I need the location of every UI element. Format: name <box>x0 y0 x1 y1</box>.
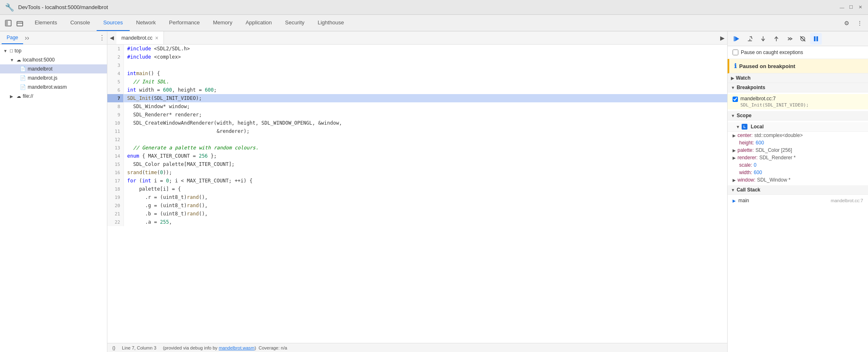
tab-performance[interactable]: Performance <box>162 15 206 31</box>
scope-value: SDL_Renderer * <box>759 155 796 161</box>
scope-value: 600 <box>754 170 762 175</box>
window-controls: — ☐ ✕ <box>839 5 863 10</box>
breakpoint-checkbox[interactable] <box>733 97 738 102</box>
scope-item-width[interactable]: width: 600 <box>728 169 868 176</box>
deactivate-breakpoints-button[interactable] <box>797 33 809 45</box>
line-number: 10 <box>107 119 124 127</box>
panel-menu-icon[interactable]: ⋮ <box>99 34 105 42</box>
breakpoint-item-1[interactable]: mandelbrot.cc:7 SDL_Init(SDL_INIT_VIDEO)… <box>728 94 868 109</box>
local-expand-arrow: ▼ <box>736 125 740 129</box>
tab-elements[interactable]: Elements <box>28 15 64 31</box>
scope-item-scale[interactable]: scale: 0 <box>728 161 868 169</box>
tree-item-mandelbrot[interactable]: 📄 mandelbrot <box>0 64 107 73</box>
watch-section-header[interactable]: ▶ Watch <box>728 73 868 83</box>
tree-item-file[interactable]: ▶ ☁ file:// <box>0 92 107 101</box>
undock-icon[interactable] <box>15 18 25 28</box>
scope-section-header[interactable]: ▼ Scope <box>728 111 868 120</box>
line-number: 20 <box>107 201 124 210</box>
tree-label: file:// <box>23 93 33 99</box>
code-editor[interactable]: 1 #include <SDL2/SDL.h> 2 #include <comp… <box>107 45 727 343</box>
step-out-button[interactable] <box>771 33 782 45</box>
main-nav: Elements Console Sources Network Perform… <box>28 15 351 31</box>
call-stack-content: ▶ main mandelbrot.cc:7 <box>728 195 868 206</box>
scope-value: SDL_Window * <box>757 177 790 183</box>
code-line-20: 20 .g = (uint8_t)rand(), <box>107 201 727 210</box>
callstack-expand-arrow: ▼ <box>731 188 735 192</box>
tree-item-mandelbrot-js[interactable]: 📄 mandelbrot.js <box>0 73 107 83</box>
tree-item-mandelbrot-wasm[interactable]: 📄 mandelbrot.wasm <box>0 83 107 92</box>
tab-application[interactable]: Application <box>239 15 279 31</box>
debug-info-text: (provided via debug info by mandelbrot.w… <box>163 345 287 350</box>
tab-close-icon[interactable]: × <box>155 35 158 41</box>
local-section-header[interactable]: ▼ L Local <box>728 122 868 132</box>
step-over-button[interactable] <box>744 33 756 45</box>
editor-tab-mandelbrot[interactable]: mandelbrot.cc × <box>116 31 164 44</box>
more-tabs-icon[interactable]: ›› <box>25 34 29 42</box>
line-number: 1 <box>107 45 124 53</box>
line-number: 4 <box>107 69 124 78</box>
step-into-button[interactable] <box>757 33 769 45</box>
code-line-9: 9 SDL_Renderer* renderer; <box>107 111 727 119</box>
debugger-toolbar <box>728 31 868 46</box>
tab-lighthouse[interactable]: Lighthouse <box>311 15 351 31</box>
wasm-source-link[interactable]: mandelbrot.wasm <box>219 345 255 350</box>
scope-key: center: <box>738 132 753 138</box>
maximize-button[interactable]: ☐ <box>848 5 854 10</box>
scope-item-palette[interactable]: ▶ palette: SDL_Color [256] <box>728 146 868 154</box>
tab-security[interactable]: Security <box>278 15 311 31</box>
tree-label: mandelbrot.wasm <box>28 84 67 90</box>
scope-expand-icon: ▶ <box>733 178 736 182</box>
format-icon[interactable]: {} <box>112 345 115 350</box>
more-options-icon[interactable]: ⋮ <box>855 18 865 28</box>
call-stack-section-header[interactable]: ▼ Call Stack <box>728 185 868 195</box>
tree-item-top[interactable]: ▼ □ top <box>0 46 107 55</box>
line-number: 13 <box>107 144 124 152</box>
scope-expand-icon: ▶ <box>733 148 736 153</box>
close-button[interactable]: ✕ <box>857 5 863 10</box>
tab-memory[interactable]: Memory <box>206 15 239 31</box>
breakpoints-section-header[interactable]: ▼ Breakpoints <box>728 83 868 92</box>
scope-item-window[interactable]: ▶ window: SDL_Window * <box>728 176 868 184</box>
tree-label: mandelbrot.js <box>28 75 57 81</box>
svg-rect-2 <box>17 21 23 26</box>
pause-exceptions-checkbox[interactable] <box>733 50 738 55</box>
step-button[interactable] <box>784 33 795 45</box>
pause-button[interactable] <box>810 33 822 45</box>
line-number: 21 <box>107 210 124 218</box>
scope-expand-icon: ▶ <box>733 156 736 160</box>
tree-label: localhost:5000 <box>23 57 55 63</box>
code-line-10: 10 SDL_CreateWindowAndRenderer(width, he… <box>107 119 727 127</box>
scope-expand-arrow: ▼ <box>731 113 735 118</box>
scope-item-center[interactable]: ▶ center: std::complex<double> <box>728 132 868 139</box>
dock-icon[interactable] <box>3 18 13 28</box>
line-number: 16 <box>107 168 124 177</box>
format-code-icon[interactable]: ▶ <box>718 35 727 41</box>
cloud-icon: ☁ <box>17 57 21 63</box>
line-number: 2 <box>107 53 124 61</box>
line-number: 12 <box>107 135 124 144</box>
breakpoint-file: mandelbrot.cc:7 <box>740 96 809 102</box>
tab-console[interactable]: Console <box>64 15 97 31</box>
file-icon: 📄 <box>20 66 26 72</box>
scope-item-renderer[interactable]: ▶ renderer: SDL_Renderer * <box>728 154 868 161</box>
panel-tab-bar: Page ›› ⋮ <box>0 31 107 45</box>
tab-back-arrow[interactable]: ◀ <box>107 35 116 41</box>
minimize-button[interactable]: — <box>839 5 845 10</box>
local-label: Local <box>751 124 764 130</box>
tab-page[interactable]: Page <box>2 31 23 44</box>
svg-rect-5 <box>734 36 735 41</box>
callstack-item-main[interactable]: ▶ main mandelbrot.cc:7 <box>728 196 868 205</box>
scope-item-height[interactable]: height: 600 <box>728 139 868 146</box>
line-number: 3 <box>107 61 124 69</box>
tab-network[interactable]: Network <box>130 15 163 31</box>
code-line-15: 15 SDL_Color palette[MAX_ITER_COUNT]; <box>107 160 727 168</box>
resume-button[interactable] <box>731 33 742 45</box>
pause-exceptions-row: Pause on caught exceptions <box>728 46 868 59</box>
paused-on-breakpoint-banner: ℹ Paused on breakpoint <box>728 59 868 73</box>
settings-icon[interactable]: ⚙ <box>842 18 851 28</box>
tree-item-localhost[interactable]: ▼ ☁ localhost:5000 <box>0 55 107 64</box>
line-content: SDL_Color palette[MAX_ITER_COUNT]; <box>124 160 727 168</box>
scope-key: palette: <box>738 147 754 153</box>
expand-arrow: ▼ <box>10 58 15 62</box>
tab-sources[interactable]: Sources <box>97 15 130 31</box>
